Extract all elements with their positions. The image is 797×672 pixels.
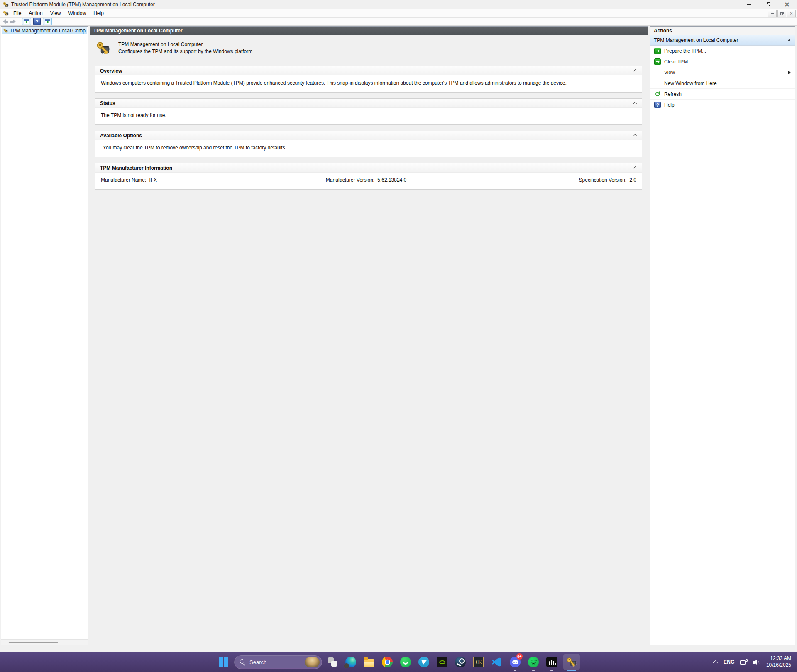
task-view-button[interactable] [325,652,340,672]
mmc-window: Trusted Platform Module (TPM) Management… [0,0,797,652]
taskbar-file-explorer[interactable] [362,652,376,672]
console-tree-pane: TPM Management on Local Comp [1,26,88,645]
task-view-icon [328,657,337,667]
menu-action[interactable]: Action [25,9,46,17]
telegram-icon [418,657,429,667]
collapse-chevron-icon[interactable] [633,102,637,106]
window-title: Trusted Platform Module (TPM) Management… [11,2,155,7]
spotify-icon [528,657,539,667]
section-available-options: Available Options You may clear the TPM … [95,131,642,157]
network-icon[interactable] [740,659,748,665]
search-box[interactable]: Search [235,656,322,669]
taskbar-tpm-management-active[interactable] [562,652,581,672]
child-restore-button[interactable] [777,10,786,17]
child-close-button[interactable]: × [787,10,796,17]
running-indicator [514,670,516,671]
action-prepare-tpm[interactable]: Prepare the TPM... [650,46,795,56]
menu-view[interactable]: View [46,9,65,17]
action-clear-tpm[interactable]: Clear TPM... [650,56,795,67]
actions-pane-header: Actions [650,27,795,35]
menu-help[interactable]: Help [90,9,108,17]
section-overview: Overview Windows computers containing a … [95,66,642,93]
forward-button[interactable] [10,19,16,24]
collapse-chevron-icon[interactable] [633,166,637,170]
actions-group-header[interactable]: TPM Management on Local Computer [650,35,795,46]
tree-item-tpm-management[interactable]: TPM Management on Local Comp [2,27,87,34]
hidden-icons-chevron[interactable] [713,660,718,666]
action-view[interactable]: View [650,67,795,78]
specification-version-field: Specification Version:2.0 [579,177,636,183]
taskbar-steam[interactable] [453,652,468,672]
search-highlight-image[interactable] [305,657,320,667]
action-help[interactable]: ? Help [650,100,795,110]
taskbar-chrome[interactable] [380,652,395,672]
steam-icon [455,657,466,667]
app-key-icon [3,10,9,16]
action-refresh[interactable]: Refresh [650,89,795,100]
scrollbar-thumb[interactable] [9,642,58,643]
submenu-arrow-icon [788,71,791,74]
restore-icon [780,12,784,15]
action-new-window[interactable]: New Window from Here [650,78,795,89]
section-available-options-body: You may clear the TPM to remove ownershi… [95,140,642,157]
clock[interactable]: 12:33 AM 10/16/2025 [766,655,791,668]
child-minimize-button[interactable] [768,10,777,17]
close-button[interactable]: × [777,0,797,9]
show-hide-action-pane-button[interactable] [43,18,52,25]
section-available-options-header[interactable]: Available Options [95,131,642,140]
help-icon: ? [654,102,661,108]
collapse-triangle-icon[interactable] [787,39,791,41]
manufacturer-name-field: Manufacturer Name:IFX [101,177,326,183]
file-explorer-icon [364,659,374,667]
results-pane-header: TPM Management on Local Computer [90,27,648,35]
menu-file[interactable]: File [10,9,25,17]
restore-icon [766,2,770,7]
taskbar-ce-app[interactable]: Œ [471,652,486,672]
close-icon: × [790,11,792,16]
tpm-key-icon [96,41,111,56]
restore-button[interactable] [758,0,777,9]
taskbar-nvidia[interactable] [435,652,450,672]
taskbar-discord[interactable]: 9+ [508,652,523,672]
banner-title: TPM Management on Local Computer [118,41,252,48]
section-overview-body: Windows computers containing a Trusted P… [95,75,642,92]
edge-profile-badge [344,663,349,668]
actions-pane: Actions TPM Management on Local Computer… [650,26,795,645]
section-manufacturer-info-header[interactable]: TPM Manufacturer Information [95,163,642,173]
volume-icon[interactable] [753,659,761,665]
toolbar-help-button[interactable]: ? [33,18,41,25]
minimize-button[interactable] [739,0,758,9]
edge-icon [345,657,356,667]
language-indicator[interactable]: ENG [724,659,735,665]
green-arrow-icon [654,58,661,65]
toolbar: ? [0,18,797,26]
taskbar-edge[interactable] [343,652,358,672]
section-status-header[interactable]: Status [95,99,642,108]
tree-horizontal-scrollbar[interactable] [1,639,88,645]
running-indicator [532,670,535,671]
ce-app-icon: Œ [473,657,484,667]
menu-window[interactable]: Window [65,9,90,17]
collapse-chevron-icon[interactable] [633,69,637,73]
taskbar-spotify[interactable] [526,652,541,672]
back-button[interactable] [3,19,8,24]
start-button[interactable] [216,652,231,672]
section-title: Available Options [100,133,142,139]
child-window-controls: × [768,10,796,17]
taskbar-telegram[interactable] [416,652,431,672]
collapse-chevron-icon[interactable] [633,134,637,138]
tpm-key-icon [566,657,577,667]
section-title: Overview [100,68,122,74]
section-title: TPM Manufacturer Information [100,165,172,171]
taskbar-vscode[interactable] [489,652,504,672]
section-status: Status The TPM is not ready for use. [95,98,642,125]
minimize-icon [771,13,774,14]
chrome-icon [380,655,395,670]
taskbar-equalizer-app[interactable] [544,652,559,672]
banner-subtitle: Configures the TPM and its support by th… [118,48,252,55]
active-app-highlight [563,654,580,670]
show-hide-console-tree-button[interactable] [22,18,31,25]
taskbar-whatsapp[interactable] [398,652,413,672]
section-overview-header[interactable]: Overview [95,66,642,75]
minimize-icon [747,4,751,5]
